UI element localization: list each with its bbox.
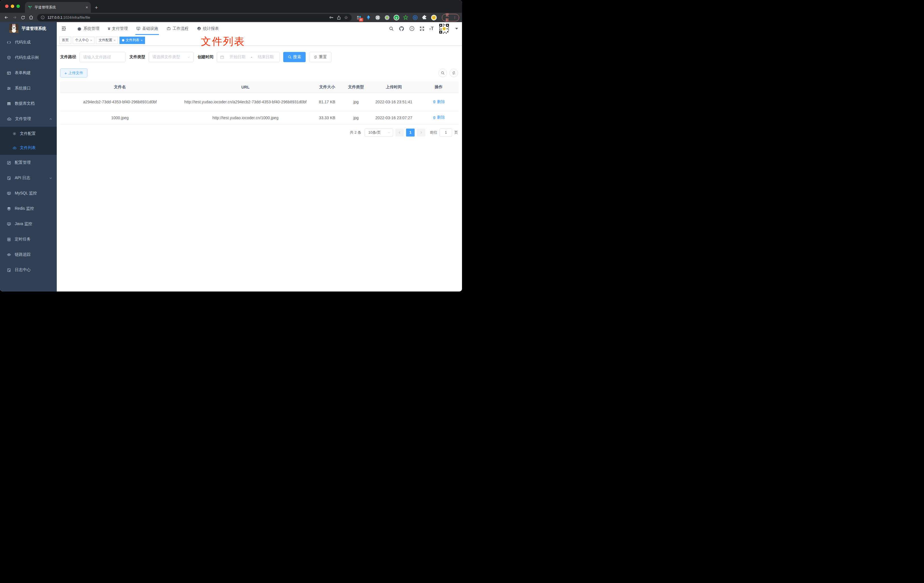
document-pencil-icon	[7, 176, 11, 180]
current-page[interactable]: 1	[406, 129, 414, 137]
goto-label: 前往	[430, 130, 437, 135]
sidebar-item-file-config[interactable]: 文件配置	[0, 127, 57, 141]
document-pencil-icon	[7, 268, 11, 272]
chevron-down-icon	[387, 131, 391, 134]
extension-eye-icon[interactable]	[412, 15, 418, 20]
start-date-placeholder[interactable]: 开始日期	[226, 55, 249, 59]
tab-title: 芋道管理系统	[35, 5, 83, 10]
search-button[interactable]: 搜索	[283, 52, 306, 62]
back-icon[interactable]	[3, 13, 10, 21]
tag-close-icon[interactable]: ×	[90, 39, 92, 42]
page-size-select[interactable]: 10条/页	[365, 129, 393, 137]
help-icon[interactable]: ?	[409, 26, 414, 31]
show-search-toggle-button[interactable]	[439, 69, 447, 77]
new-tab-button[interactable]: +	[95, 5, 98, 11]
cell-upload-time: 2022-03-16 23:51:41	[369, 93, 419, 111]
topnav-workflow[interactable]: 工作流程	[162, 22, 193, 35]
sidebar-item-code-example[interactable]: 代码生成示例	[0, 50, 57, 65]
end-date-placeholder[interactable]: 结束日期	[254, 55, 277, 59]
file-path-input[interactable]	[79, 52, 125, 62]
user-avatar-qr[interactable]	[439, 23, 450, 34]
topnav-statistics-report[interactable]: 统计报表	[193, 22, 223, 35]
tag-close-icon[interactable]: ×	[114, 39, 115, 42]
sidebar-submenu-file: 文件配置 文件列表	[0, 127, 57, 155]
search-icon[interactable]	[389, 26, 394, 31]
reload-icon[interactable]	[19, 13, 26, 21]
sidebar-item-system-api[interactable]: 系统接口	[0, 81, 57, 96]
tag-close-icon[interactable]: ×	[141, 39, 142, 42]
zoom-window-button[interactable]	[16, 5, 20, 8]
page-number-input[interactable]	[440, 129, 452, 137]
extension-emoji-icon[interactable]	[431, 15, 437, 20]
sidebar-item-scheduled-tasks[interactable]: 定时任务	[0, 231, 57, 247]
refresh-icon	[314, 55, 318, 59]
delete-button[interactable]: 删除	[432, 115, 445, 120]
sidebar-item-file-management[interactable]: 文件管理	[0, 111, 57, 127]
extensions-puzzle-icon[interactable]	[422, 15, 427, 20]
sidebar-item-tracing[interactable]: 链路追踪	[0, 247, 57, 262]
share-icon[interactable]	[337, 15, 341, 20]
upload-file-button[interactable]: + 上传文件	[60, 68, 87, 78]
next-page-button[interactable]	[417, 129, 426, 137]
address-bar[interactable]: 127.0.0.1:1024/infra/file/file ☆	[37, 14, 351, 21]
sidebar-item-log-center[interactable]: 日志中心	[0, 262, 57, 277]
cloud-download-icon	[7, 117, 12, 121]
tag-file-config[interactable]: 文件配置×	[96, 36, 118, 44]
extension-kite-icon[interactable]	[366, 15, 371, 20]
text-size-icon[interactable]: тT	[429, 26, 434, 31]
sidebar-item-config-management[interactable]: 配置管理	[0, 155, 57, 170]
refresh-table-button[interactable]	[449, 69, 458, 77]
sidebar-item-form-builder[interactable]: 表单构建	[0, 65, 57, 81]
cell-file-size: 33.33 KB	[311, 111, 343, 124]
password-key-icon[interactable]	[329, 15, 334, 20]
topnav-infrastructure[interactable]: 基础设施	[132, 22, 162, 35]
extension-star-icon[interactable]	[403, 15, 409, 20]
sidebar-item-mysql-monitor[interactable]: MySQL 监控	[0, 186, 57, 201]
fullscreen-icon[interactable]	[419, 26, 424, 31]
topnav-payment-management[interactable]: ¥ 支付管理	[104, 22, 132, 35]
prev-page-button[interactable]	[395, 129, 404, 137]
sidebar-item-redis-monitor[interactable]: Redis 监控	[0, 201, 57, 216]
browser-menu-dots-icon[interactable]: ⋮	[453, 15, 457, 20]
sidebar-item-java-monitor[interactable]: Java 监控	[0, 216, 57, 231]
extension-command-icon[interactable]	[375, 15, 381, 20]
tag-file-list[interactable]: 文件列表×	[119, 36, 145, 44]
file-type-select[interactable]: 请选择文件类型	[149, 52, 193, 62]
browser-update-button[interactable]: 更新 ⋮	[442, 14, 459, 21]
close-window-button[interactable]	[5, 5, 8, 8]
browser-toolbar: 127.0.0.1:1024/infra/file/file ☆ 11	[0, 13, 462, 22]
home-icon[interactable]	[28, 13, 35, 21]
date-range-picker[interactable]: 开始日期 - 结束日期	[217, 52, 280, 62]
reset-button[interactable]: 重置	[309, 52, 332, 62]
extension-tabs-icon[interactable]: 11	[356, 15, 362, 20]
site-info-icon[interactable]	[41, 15, 45, 20]
tag-profile[interactable]: 个人中心×	[73, 36, 94, 44]
tab-close-icon[interactable]: ×	[86, 5, 88, 10]
sidebar-collapse-icon[interactable]	[59, 22, 68, 35]
extension-proxy-dot-icon[interactable]	[384, 15, 390, 20]
gauge-icon	[197, 26, 201, 31]
table-grid-icon	[7, 102, 11, 106]
delete-button[interactable]: 删除	[432, 99, 445, 104]
tag-home[interactable]: 首页	[59, 36, 71, 44]
yen-icon: ¥	[108, 26, 110, 31]
extension-y-icon[interactable]: y	[394, 15, 399, 20]
browser-tabstrip: 芋道管理系统 × +	[0, 0, 462, 13]
sidebar-item-db-doc[interactable]: 数据库文档	[0, 96, 57, 111]
github-icon[interactable]	[399, 26, 404, 31]
forward-icon[interactable]	[11, 13, 18, 21]
sidebar-item-code-generation[interactable]: 代码生成	[0, 35, 57, 50]
bookmark-star-icon[interactable]: ☆	[344, 15, 348, 20]
page-unit-label: 页	[454, 130, 458, 135]
topnav-system-management[interactable]: 系统管理	[73, 22, 104, 35]
url-path: :1024/infra/file/file	[63, 16, 90, 20]
cell-file-type: jpg	[343, 93, 369, 111]
sidebar-item-api-log[interactable]: API 日志	[0, 170, 57, 186]
minimize-window-button[interactable]	[11, 5, 14, 8]
avatar-caret-icon[interactable]	[455, 28, 458, 30]
sidebar-logo[interactable]: 芋道管理系统	[0, 22, 57, 35]
sidebar: 芋道管理系统 代码生成 代码生成示例 表单构建 系统接口	[0, 22, 57, 292]
file-type-label: 文件类型	[129, 55, 145, 59]
browser-tab[interactable]: 芋道管理系统 ×	[25, 2, 91, 13]
sidebar-item-file-list[interactable]: 文件列表	[0, 141, 57, 155]
